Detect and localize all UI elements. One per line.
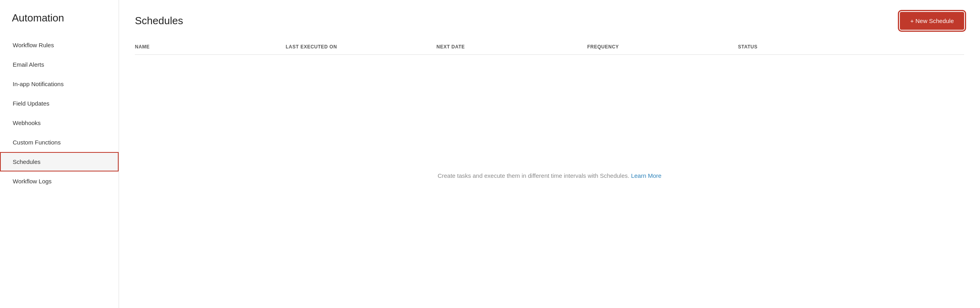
learn-more-link[interactable]: Learn More	[631, 172, 661, 179]
col-status: STATUS	[738, 44, 889, 50]
main-content: Schedules + New Schedule NAME LAST EXECU…	[119, 0, 980, 308]
sidebar: Automation Workflow RulesEmail AlertsIn-…	[0, 0, 119, 308]
empty-state: Create tasks and execute them in differe…	[135, 55, 964, 296]
sidebar-item-custom-functions[interactable]: Custom Functions	[0, 133, 119, 152]
sidebar-item-field-updates[interactable]: Field Updates	[0, 94, 119, 113]
col-actions	[889, 44, 964, 50]
sidebar-item-email-alerts[interactable]: Email Alerts	[0, 55, 119, 74]
col-next-date: NEXT DATE	[436, 44, 587, 50]
empty-message-text: Create tasks and execute them in differe…	[438, 172, 629, 179]
sidebar-item-workflow-rules[interactable]: Workflow Rules	[0, 35, 119, 55]
col-last-executed: LAST EXECUTED ON	[286, 44, 436, 50]
sidebar-title: Automation	[0, 12, 119, 35]
sidebar-item-webhooks[interactable]: Webhooks	[0, 113, 119, 133]
sidebar-nav: Workflow RulesEmail AlertsIn-app Notific…	[0, 35, 119, 191]
new-schedule-button[interactable]: + New Schedule	[900, 12, 964, 30]
sidebar-item-workflow-logs[interactable]: Workflow Logs	[0, 171, 119, 191]
sidebar-item-schedules[interactable]: Schedules	[0, 152, 119, 171]
table-header: NAME LAST EXECUTED ON NEXT DATE FREQUENC…	[135, 39, 964, 55]
col-frequency: FREQUENCY	[587, 44, 738, 50]
col-name: NAME	[135, 44, 286, 50]
main-header: Schedules + New Schedule	[135, 12, 964, 30]
page-title: Schedules	[135, 15, 183, 27]
empty-message: Create tasks and execute them in differe…	[438, 172, 661, 179]
sidebar-item-inapp-notifications[interactable]: In-app Notifications	[0, 74, 119, 94]
